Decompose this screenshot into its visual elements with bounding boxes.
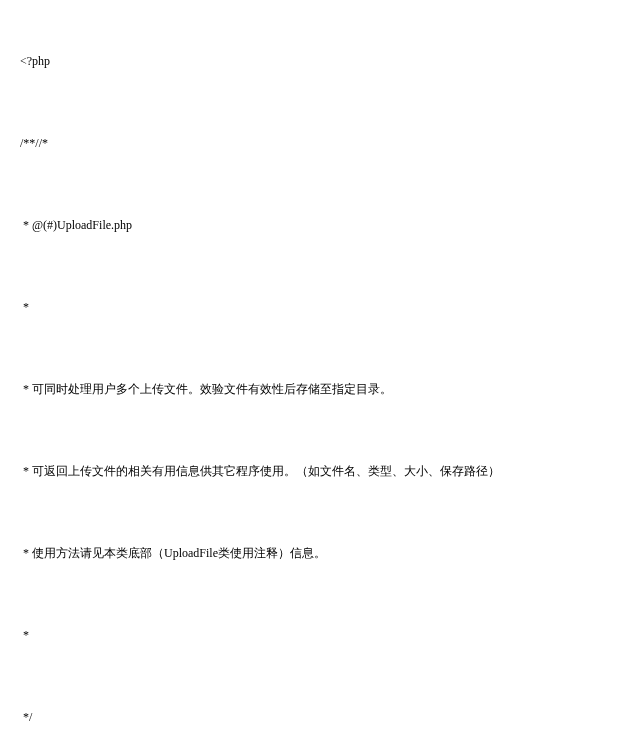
code-line: * @(#)UploadFile.php bbox=[20, 216, 607, 234]
code-line: * 可返回上传文件的相关有用信息供其它程序使用。（如文件名、类型、大小、保存路径… bbox=[20, 462, 607, 480]
code-line: * bbox=[20, 626, 607, 644]
code-line: * 使用方法请见本类底部（UploadFile类使用注释）信息。 bbox=[20, 544, 607, 562]
code-line: <?php bbox=[20, 52, 607, 70]
code-line: /**//* bbox=[20, 134, 607, 152]
php-source-code: <?php /**//* * @(#)UploadFile.php * * 可同… bbox=[20, 16, 607, 756]
code-line: * bbox=[20, 298, 607, 316]
code-line: */ bbox=[20, 708, 607, 726]
code-line: * 可同时处理用户多个上传文件。效验文件有效性后存储至指定目录。 bbox=[20, 380, 607, 398]
